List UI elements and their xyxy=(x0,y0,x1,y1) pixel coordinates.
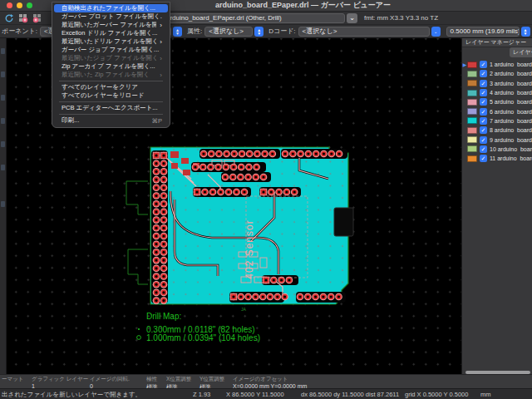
layer-row[interactable]: ▶✓1 arduino_board_EP xyxy=(462,60,532,69)
menu-separator xyxy=(59,114,163,115)
grid-setting: grid X 0.5000 Y 0.5000 xyxy=(405,391,468,398)
gerber-viewer-window: arduino_board_EPaper.drl — ガーバー ビューアー ar… xyxy=(0,0,532,399)
layer-name: 8 arduino_board_EP xyxy=(490,127,532,133)
layer-row[interactable]: ✓5 arduino_board_EP xyxy=(462,97,532,106)
layer-row[interactable]: ✓11 arduino_board_E xyxy=(462,154,532,163)
layer-name: 5 arduino_board_EP xyxy=(490,99,532,105)
layer-name: 9 arduino_board_EP xyxy=(490,137,532,143)
status-bar: 出されたファイルを新しいレイヤーで開きます。 Z 1.93 X 86.5000 … xyxy=(0,388,532,399)
layer-color-swatch[interactable] xyxy=(467,145,477,152)
active-layer-file-combo[interactable]: arduino_board_EPaper.drl (Other, Drill) xyxy=(162,13,345,23)
menu-item-open-gerber-job[interactable]: ガーバー ジョブ ファイルを開く... xyxy=(54,46,168,54)
minimize-window-button[interactable] xyxy=(17,2,22,8)
menu-item-reload-all-layers[interactable]: すべてのレイヤーをリロード xyxy=(54,91,168,100)
layer-row[interactable]: ✓3 arduino_board_EP xyxy=(462,79,532,88)
layer-color-swatch[interactable] xyxy=(467,90,477,96)
edge-cut-connector-outline xyxy=(126,181,148,214)
layer-manager-panel: レイヤー マネージャー レイヤー ▶✓1 arduino_board_EP ✓2… xyxy=(461,38,532,374)
menu-item-export-to-pcb-editor[interactable]: PCB エディターへエクスポート... xyxy=(54,104,168,112)
prop-header: イメージのオフセット xyxy=(233,376,307,383)
drill-map-row: 1.000mm / 0.0394" (104 holes) xyxy=(146,333,260,342)
layer-color-swatch[interactable] xyxy=(467,117,477,124)
attribute-select[interactable]: <選択なし> xyxy=(204,27,253,37)
layer-name: 2 arduino_board_EP xyxy=(490,71,532,76)
layer-visibility-checkbox[interactable]: ✓ xyxy=(480,126,487,134)
layer-visibility-checkbox[interactable]: ✓ xyxy=(480,155,487,162)
menu-item-open-gerber-plot[interactable]: ガーバー プロット ファイルを開く... xyxy=(54,12,168,21)
highlight-size-stepper[interactable]: ▲▼ xyxy=(521,27,530,37)
layer-color-swatch[interactable] xyxy=(467,62,477,68)
shortcut-label: ⌘P xyxy=(151,117,162,125)
submenu-arrow-icon: › xyxy=(160,38,162,46)
layer-row[interactable]: ✓10 arduino_board_E xyxy=(462,145,532,154)
layer-row[interactable]: ✓7 arduino_board_EP xyxy=(462,116,532,126)
image-properties-bar: ーマット グラフィック レイヤー1 イメージの回転.0 極性標準 X位置調整標準… xyxy=(0,374,532,388)
layer-file-dropdown-button[interactable]: ⌄ xyxy=(347,13,357,23)
edge-cut-connector-outline xyxy=(128,249,148,284)
open-drill-file-icon[interactable] xyxy=(32,13,42,23)
close-window-button[interactable] xyxy=(7,2,12,8)
layer-visibility-checkbox[interactable]: ✓ xyxy=(480,80,487,87)
menu-separator xyxy=(59,101,163,102)
layer-visibility-checkbox[interactable]: ✓ xyxy=(480,108,487,116)
menu-item-clear-all-layers[interactable]: すべてのレイヤーをクリア xyxy=(54,83,168,91)
refresh-icon[interactable] xyxy=(3,13,14,23)
prop-header: ーマット xyxy=(2,376,23,383)
layer-color-swatch[interactable] xyxy=(467,127,477,134)
layer-color-swatch[interactable] xyxy=(467,71,477,77)
layer-visibility-checkbox[interactable]: ✓ xyxy=(480,89,487,96)
layer-visibility-checkbox[interactable]: ✓ xyxy=(480,98,487,106)
menu-item-open-autodetected[interactable]: 自動検出されたファイルを開く... xyxy=(54,4,168,12)
dcode-select[interactable]: <選択なし> xyxy=(298,27,430,37)
layer-visibility-checkbox[interactable]: ✓ xyxy=(480,117,487,125)
layer-row[interactable]: ✓6 arduino_board_EP xyxy=(462,106,532,116)
prop-header: X位置調整 xyxy=(166,376,191,383)
component-stepper[interactable]: ▲▼ xyxy=(173,27,182,37)
dcode-dropdown-button[interactable]: ⌄ xyxy=(431,27,441,37)
prop-header: グラフィック レイヤー xyxy=(32,376,88,383)
silkscreen-text: 402 Sensor xyxy=(244,219,255,278)
layer-color-swatch[interactable] xyxy=(467,80,477,86)
open-gerber-file-icon[interactable] xyxy=(17,13,28,23)
status-message: 出されたファイルを新しいレイヤーで開きます。 xyxy=(2,391,141,399)
layer-visibility-checkbox[interactable]: ✓ xyxy=(480,70,487,77)
layer-color-swatch[interactable] xyxy=(467,136,477,143)
zoom-window-button[interactable] xyxy=(27,2,32,8)
layer-name: 4 arduino_board_EP xyxy=(490,90,532,96)
menu-item-open-excellon[interactable]: Excellon ドリル ファイルを開く... xyxy=(54,29,168,37)
menu-item-print[interactable]: 印刷...⌘P xyxy=(54,116,168,125)
units-indicator: mm xyxy=(480,391,491,398)
layer-row[interactable]: ✓9 arduino_board_EP xyxy=(462,135,532,144)
menu-item-open-zip[interactable]: Zip アーカイブ ファイルを開く... xyxy=(54,62,168,71)
highlight-size-field[interactable]: 0.5000 mm (19.69 mils) xyxy=(446,27,520,37)
layer-color-swatch[interactable] xyxy=(467,99,477,106)
layer-name: 3 arduino_board_EP xyxy=(490,81,532,86)
prop-header: Y位置調整 xyxy=(200,376,224,383)
menu-item-recent-drill[interactable]: 最近開いたドリル ファイルを開く› xyxy=(54,37,168,46)
layer-name: 10 arduino_board_E xyxy=(490,146,532,152)
component-label: ポーネント: xyxy=(2,27,37,36)
drill-symbol-small xyxy=(138,328,140,330)
zoom-level: Z 1.93 xyxy=(193,391,210,398)
usb-connector xyxy=(334,208,353,236)
layer-visibility-checkbox[interactable]: ✓ xyxy=(480,145,487,153)
menu-separator xyxy=(59,81,163,81)
layer-visibility-checkbox[interactable]: ✓ xyxy=(480,61,487,68)
layer-row[interactable]: ✓2 arduino_board_EP xyxy=(462,69,532,78)
attribute-stepper[interactable]: ▲▼ xyxy=(254,27,264,37)
layer-row[interactable]: ✓8 arduino_board_EP xyxy=(462,126,532,135)
layer-color-swatch[interactable] xyxy=(467,108,477,115)
submenu-arrow-icon: › xyxy=(160,22,162,29)
layer-name: 7 arduino_board_EP xyxy=(490,118,532,124)
left-toolbar[interactable] xyxy=(0,38,7,374)
tab-layers[interactable]: レイヤー xyxy=(510,47,532,57)
layer-name: 1 arduino_board_EP xyxy=(490,62,532,67)
menu-item-recent-zip[interactable]: 最近開いた Zip ファイルを開く› xyxy=(54,71,168,79)
layer-color-swatch[interactable] xyxy=(467,155,477,162)
layer-row[interactable]: ✓4 arduino_board_EP xyxy=(462,88,532,97)
drill-map-title: Drill Map: xyxy=(146,312,181,321)
layer-visibility-checkbox[interactable]: ✓ xyxy=(480,136,487,144)
layer-name: 11 arduino_board_E xyxy=(490,155,532,161)
menu-item-recent-gerber[interactable]: 最近開いたガーバー ファイルを開く› xyxy=(54,21,168,29)
menu-item-recent-job[interactable]: 最近開いたジョブ ファイルを開く› xyxy=(54,54,168,62)
